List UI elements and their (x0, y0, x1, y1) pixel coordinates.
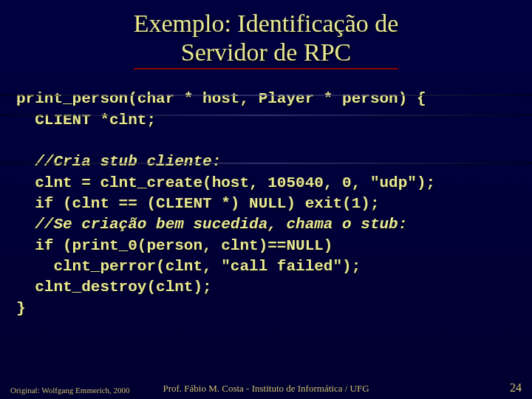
code-l6: if (clnt == (CLIENT *) NULL) exit(1); (16, 195, 379, 212)
code-l7: //Se criação bem sucedida, chama o stub: (16, 216, 407, 233)
title-line2: Servidor de RPC (181, 38, 351, 66)
code-l5: clnt = clnt_create(host, 105040, 0, "udp… (16, 174, 435, 191)
code-l8: if (print_0(person, clnt)==NULL) (16, 237, 332, 254)
slide-title: Exemplo: Identificação de Servidor de RP… (0, 0, 532, 84)
code-l11: } (16, 300, 26, 317)
code-l1: print_person(char * host, Player * perso… (16, 90, 426, 107)
footer-author: Prof. Fábio M. Costa - Instituto de Info… (0, 383, 532, 395)
code-block: print_person(char * host, Player * perso… (0, 84, 532, 319)
title-line1: Exemplo: Identificação de (134, 10, 399, 37)
code-l2: CLIENT *clnt; (16, 112, 156, 129)
footer: Original: Wolfgang Emmerich, 2000 Prof. … (0, 381, 532, 395)
code-l9: clnt_perror(clnt, "call failed"); (16, 258, 361, 275)
code-l10: clnt_destroy(clnt); (16, 279, 212, 296)
code-l4: //Cria stub cliente: (16, 153, 221, 170)
